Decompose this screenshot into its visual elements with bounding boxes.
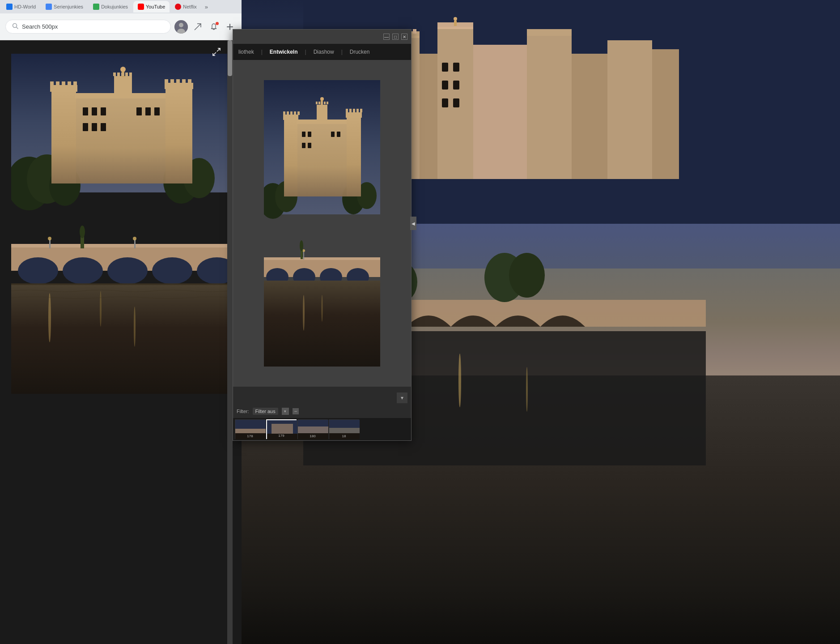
share-button[interactable] <box>191 21 204 33</box>
filmstrip-thumb-181[interactable]: 18 <box>329 419 359 439</box>
avatar-image <box>174 20 188 34</box>
lr-photo-area: ◀ <box>233 60 411 387</box>
maximize-button[interactable]: □ <box>392 34 399 40</box>
svg-rect-91 <box>49 239 51 248</box>
svg-rect-70 <box>121 73 124 76</box>
thumb-num-178: 178 <box>247 434 253 438</box>
tab-serienjunkies[interactable]: Serienjunkies <box>41 1 88 13</box>
expand-button[interactable] <box>209 45 224 59</box>
filter-minus-button[interactable]: − <box>293 408 299 414</box>
lr-panel-collapse-arrow[interactable]: ◀ <box>410 217 416 230</box>
svg-point-97 <box>48 293 51 342</box>
lr-bottom-bar: ▾ <box>233 391 411 405</box>
px500-content-area <box>0 40 242 644</box>
svg-point-83 <box>18 257 58 284</box>
svg-line-34 <box>17 27 18 29</box>
tab-label-hd-world: HD-World <box>14 4 36 9</box>
svg-rect-62 <box>176 79 180 84</box>
svg-rect-53 <box>62 81 65 86</box>
svg-rect-54 <box>68 81 71 86</box>
menu-drucken[interactable]: Drucken <box>350 49 370 55</box>
lr-bottom-chevron-button[interactable]: ▾ <box>397 392 407 403</box>
svg-rect-95 <box>11 284 230 394</box>
minimize-button[interactable]: — <box>383 34 390 40</box>
svg-rect-61 <box>170 79 174 84</box>
tab-label-netflix: Netflix <box>183 4 197 9</box>
svg-rect-134 <box>337 132 340 137</box>
svg-rect-114 <box>347 116 361 196</box>
tab-label-serien: Serienjunkies <box>54 4 83 9</box>
svg-rect-74 <box>92 107 97 115</box>
svg-rect-59 <box>165 83 193 89</box>
svg-rect-158 <box>329 428 360 433</box>
svg-rect-131 <box>302 143 305 148</box>
menu-entwickeln[interactable]: Entwickeln <box>270 49 298 55</box>
filmstrip-thumb-179[interactable]: 179 <box>266 419 297 439</box>
svg-rect-119 <box>356 109 359 112</box>
svg-rect-128 <box>327 102 328 104</box>
scrollbar-thumb[interactable] <box>228 40 232 76</box>
svg-rect-132 <box>308 143 311 148</box>
svg-point-122 <box>320 97 324 101</box>
filter-dropdown-button[interactable]: ▾ <box>282 408 289 415</box>
menu-bibliothek[interactable]: liothek <box>238 49 254 55</box>
close-button[interactable]: ✕ <box>401 34 407 40</box>
svg-rect-76 <box>83 123 88 131</box>
menu-sep-2: | <box>305 49 306 55</box>
notification-button[interactable] <box>208 21 220 33</box>
svg-rect-133 <box>331 132 335 137</box>
tab-favicon-doku <box>93 4 99 10</box>
lr-photo-svg <box>264 80 380 367</box>
filter-label: Filter: <box>237 409 249 414</box>
svg-rect-116 <box>346 109 348 112</box>
menu-diashow[interactable]: Diashow <box>314 49 334 55</box>
svg-rect-55 <box>73 81 77 86</box>
svg-rect-126 <box>321 102 323 104</box>
svg-point-98 <box>134 307 136 347</box>
svg-rect-77 <box>92 123 97 131</box>
svg-point-90 <box>80 226 85 238</box>
thumb-num-180: 180 <box>310 434 315 438</box>
tab-favicon-hd <box>6 4 13 10</box>
tab-favicon-netflix <box>175 4 181 10</box>
lr-filter-bar: Filter: Filter aus ▾ − <box>233 405 411 418</box>
svg-rect-141 <box>303 252 304 260</box>
svg-rect-65 <box>114 76 132 98</box>
svg-rect-120 <box>360 109 362 112</box>
svg-point-94 <box>133 237 136 240</box>
tab-label-youtube: YouTube <box>146 4 165 9</box>
tab-dokujunkies[interactable]: Dokujunkies <box>89 1 132 13</box>
svg-rect-115 <box>346 112 362 118</box>
scrollbar-vertical[interactable] <box>227 40 233 644</box>
search-bar-container[interactable]: Search 500px <box>5 20 171 34</box>
svg-rect-149 <box>235 429 266 433</box>
filter-value[interactable]: Filter aus <box>253 408 278 415</box>
tab-youtube[interactable]: YouTube <box>133 1 170 13</box>
svg-point-36 <box>179 23 183 27</box>
avatar[interactable] <box>174 20 188 34</box>
svg-rect-109 <box>290 111 293 115</box>
svg-rect-72 <box>129 73 132 76</box>
filmstrip-thumb-178[interactable]: 178 <box>235 419 265 439</box>
tab-favicon-yt <box>138 4 144 10</box>
svg-point-66 <box>120 67 126 72</box>
search-icon <box>12 23 18 30</box>
svg-point-99 <box>100 291 102 327</box>
svg-rect-111 <box>297 111 300 115</box>
more-tabs-button[interactable]: » <box>202 2 211 12</box>
thumb-num-181: 18 <box>342 434 346 438</box>
tab-netflix[interactable]: Netflix <box>170 1 201 13</box>
lightroom-titlebar: — □ ✕ <box>233 30 411 44</box>
svg-rect-75 <box>101 107 106 115</box>
svg-rect-69 <box>117 73 120 76</box>
svg-rect-124 <box>316 102 318 104</box>
svg-rect-130 <box>308 132 311 137</box>
tab-hd-world[interactable]: HD-World <box>2 1 40 13</box>
svg-point-84 <box>63 257 103 284</box>
thumb-num-179: 179 <box>278 434 284 438</box>
filmstrip-thumb-180[interactable]: 180 <box>297 419 328 439</box>
svg-rect-79 <box>136 107 142 115</box>
svg-rect-140 <box>264 257 380 260</box>
svg-point-147 <box>322 295 323 322</box>
svg-rect-118 <box>353 109 355 112</box>
